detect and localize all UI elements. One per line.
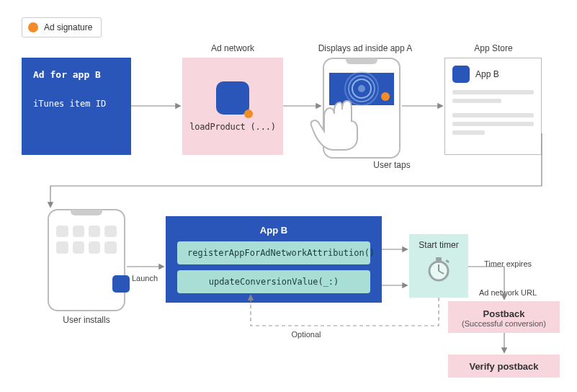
- app-tile-icon: [216, 81, 249, 115]
- ad-block-subtitle: iTunes item ID: [33, 99, 120, 109]
- ad-for-app-b-block: Ad for app B iTunes item ID: [22, 58, 131, 155]
- tap-ripple-icon: [352, 79, 372, 99]
- app-b-box: App B registerAppForAdNetworkAttribution…: [166, 216, 382, 303]
- app-store-heading: App Store: [439, 43, 547, 53]
- user-taps-label: User taps: [363, 160, 421, 170]
- optional-label: Optional: [281, 330, 331, 339]
- ad-signature-dot-icon: [28, 22, 38, 32]
- app-b-title: App B: [177, 225, 370, 236]
- phone-app-a: [323, 58, 401, 159]
- postback-subtitle: (Successful conversion): [457, 319, 551, 328]
- start-timer-label: Start timer: [419, 240, 458, 250]
- ad-network-heading: Ad network: [182, 43, 283, 53]
- legend-label: Ad signature: [44, 22, 92, 32]
- ad-block-title: Ad for app B: [33, 69, 120, 80]
- svg-rect-2: [438, 260, 439, 263]
- app-store-box: App B: [444, 58, 542, 155]
- display-ad-heading: Displays ad inside app A: [311, 43, 419, 53]
- ad-network-url-heading: Ad network URL: [454, 288, 562, 297]
- phone-install: [48, 209, 125, 311]
- ad-signature-dot-icon: [381, 92, 390, 101]
- ad-signature-dot-icon: [244, 110, 253, 118]
- app-store-app-label: App B: [475, 69, 499, 79]
- postback-box: Postback (Successful conversion): [448, 301, 560, 333]
- verify-postback-box: Verify postback: [448, 355, 560, 378]
- in-app-ad-banner: [329, 73, 393, 105]
- verify-postback-title: Verify postback: [469, 361, 538, 372]
- svg-rect-5: [445, 259, 449, 263]
- phone-notch-icon: [346, 58, 377, 64]
- register-attribution-pill: registerAppForAdNetworkAttribution(): [177, 241, 370, 264]
- home-screen-grid: [56, 226, 116, 254]
- load-product-code: loadProduct (...): [189, 122, 275, 132]
- stopwatch-icon: [424, 254, 453, 283]
- ad-network-box: loadProduct (...): [182, 58, 283, 155]
- timer-expires-label: Timer expires: [475, 259, 540, 268]
- postback-title: Postback: [457, 308, 551, 319]
- update-conversion-pill: updateConversionValue(_:): [177, 270, 370, 293]
- app-b-tile-icon: [452, 66, 470, 83]
- launch-label: Launch: [126, 274, 164, 282]
- user-installs-label: User installs: [40, 315, 133, 325]
- legend-ad-signature: Ad signature: [22, 17, 102, 37]
- phone-notch-icon: [71, 210, 102, 215]
